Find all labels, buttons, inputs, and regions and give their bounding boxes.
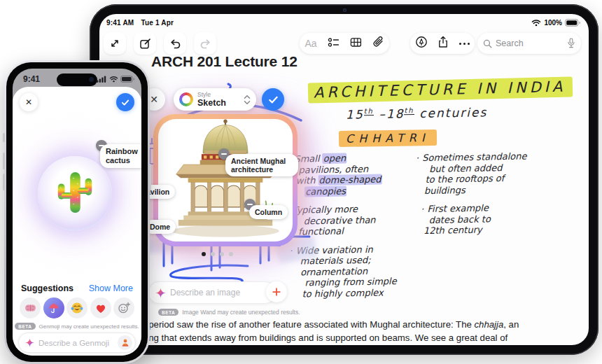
describe-image-placeholder: Describe an image: [170, 288, 240, 298]
checklist-icon: [328, 37, 340, 48]
undo-icon: [169, 38, 181, 49]
battery-percent: 100%: [544, 19, 562, 27]
describe-genmoji-placeholder: Describe a Genmoji: [38, 339, 113, 347]
redo-icon: [200, 38, 211, 49]
wand-accept-button[interactable]: [262, 88, 284, 111]
more-button[interactable]: [459, 43, 470, 45]
search-placeholder: Search: [496, 38, 564, 48]
battery-icon: [565, 19, 580, 27]
ipad-statusbar-right: 100%: [531, 19, 580, 27]
iphone-statusbar-right: [97, 76, 134, 83]
describe-genmoji-input[interactable]: Describe a Genmoji: [18, 332, 136, 353]
note-bullet: ·First exampledates back to12th century: [423, 201, 589, 237]
beta-badge: BETA: [15, 323, 35, 330]
collapse-icon: [109, 38, 120, 49]
tag-column[interactable]: Column: [249, 205, 288, 219]
text-format-button[interactable]: Aa: [304, 38, 316, 49]
umbrella-suggestion[interactable]: [43, 298, 64, 318]
undo-button[interactable]: [164, 32, 186, 55]
variant-page-dots[interactable]: [202, 252, 233, 256]
style-color-ring-icon: [179, 92, 193, 106]
genmoji-sheet: ✕: [13, 87, 141, 356]
checklist-button[interactable]: [328, 37, 340, 50]
apple-intelligence-sparkle-icon: [155, 288, 166, 298]
note-title: ARCH 201 Lecture 12: [151, 53, 298, 70]
search-input[interactable]: Search: [477, 33, 581, 54]
note-bullet: ·Wide variation inmaterials used;ornamen…: [293, 243, 433, 300]
style-label: Style: [197, 92, 226, 98]
dictation-mic-icon[interactable]: [567, 38, 575, 49]
compose-icon: [139, 38, 151, 50]
ipad-clock: 9:41 AM: [106, 19, 134, 27]
wand-beta-disclaimer: BETA Image Wand may create unexpected re…: [158, 309, 300, 316]
wand-disclaimer-text: Image Wand may create unexpected results…: [182, 309, 300, 316]
iphone-device: 9:41 ✕: [4, 60, 150, 364]
style-picker[interactable]: Style Sketch: [174, 88, 256, 111]
tag-rainbow-cactus[interactable]: Rainbowcactus: [100, 144, 141, 168]
handwritten-subheading: 15th –18th centuries: [346, 105, 487, 122]
person-icon: [121, 338, 130, 347]
generated-image[interactable]: [158, 119, 293, 241]
note-bullet: ·Sometimes standalonebut often addedto t…: [422, 150, 589, 196]
cellular-signal-icon: [97, 76, 107, 83]
plus-icon: [272, 287, 281, 297]
ipad-date: Tue 1 Apr: [141, 19, 174, 27]
formatting-toolbar: Aa: [300, 33, 389, 54]
redo-button[interactable]: [194, 32, 216, 55]
chhatri-pavilion-image: [158, 119, 293, 241]
suggestions-row: [20, 298, 134, 318]
ipad-front-camera: [343, 8, 346, 12]
action-button: [3, 133, 5, 142]
apple-intelligence-sparkle-icon: [25, 338, 34, 347]
note-body-text: s period saw the rise of another feature…: [141, 318, 589, 344]
brain-suggestion[interactable]: [20, 298, 41, 318]
people-genmoji-button[interactable]: [118, 335, 132, 350]
handwritten-heading: ARCHITECTURE IN INDIA: [308, 78, 573, 101]
pencil-circle-icon: [415, 36, 428, 48]
show-more-link[interactable]: Show More: [89, 284, 133, 293]
markup-button[interactable]: [415, 36, 428, 51]
tag-ancient-mughal-architecture[interactable]: Ancient Mughal architecture: [225, 154, 298, 176]
describe-image-input[interactable]: Describe an image: [148, 281, 276, 304]
share-button[interactable]: [438, 36, 449, 51]
wifi-icon: [109, 76, 118, 83]
ipad-device: 9:41 AMTue 1 Apr 100%: [90, 4, 598, 355]
note-line: to highly complex: [293, 286, 433, 300]
laughing-crying-face-suggestion[interactable]: [66, 298, 88, 318]
checkmark-icon: [268, 95, 279, 104]
volume-up-button: [3, 153, 5, 169]
note-line: 12th century: [424, 223, 589, 237]
chevron-up-down-icon: [244, 94, 251, 105]
ipad-statusbar: 9:41 AMTue 1 Apr: [106, 19, 181, 27]
table-icon: [350, 37, 362, 48]
table-button[interactable]: [350, 37, 362, 50]
genmoji-close-button[interactable]: ✕: [20, 93, 38, 111]
share-icon: [438, 36, 449, 48]
red-heart-suggestion[interactable]: [90, 298, 111, 318]
genmoji-beta-disclaimer: BETA Genmoji may create unexpected resul…: [13, 323, 141, 330]
collapse-note-button[interactable]: [104, 32, 126, 55]
genmoji-disclaimer-text: Genmoji may create unexpected results.: [39, 323, 139, 330]
dynamic-island: [57, 74, 97, 86]
iphone-screen: 9:41 ✕: [13, 69, 141, 356]
volume-down-button: [3, 174, 5, 190]
battery-icon: [120, 76, 134, 83]
ipad-screen: 9:41 AMTue 1 Apr 100%: [99, 14, 589, 345]
add-emoji-suggestion[interactable]: [113, 298, 134, 318]
note-line: buildings: [423, 182, 589, 196]
add-image-button[interactable]: [266, 281, 287, 302]
beta-badge: BETA: [158, 309, 178, 316]
search-icon: [483, 39, 492, 48]
rainbow-cactus-genmoji: [53, 169, 97, 218]
iphone-bezel: 9:41 ✕: [6, 62, 148, 362]
power-button: [149, 164, 151, 190]
wifi-icon: [531, 19, 541, 27]
notes-column-right: ·Sometimes standalonebut often addedto t…: [422, 150, 589, 244]
checkmark-icon: [121, 99, 130, 106]
iphone-clock: 9:41: [23, 74, 40, 84]
compose-button[interactable]: [134, 32, 156, 55]
attach-button[interactable]: [372, 36, 384, 51]
suggestions-label: Suggestions: [21, 284, 74, 293]
markup-toolbar: [410, 33, 475, 54]
genmoji-accept-button[interactable]: [116, 93, 134, 111]
